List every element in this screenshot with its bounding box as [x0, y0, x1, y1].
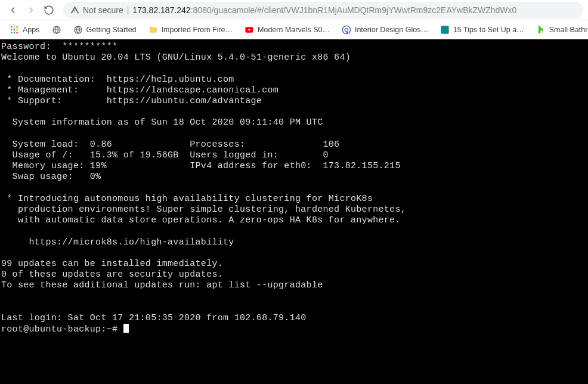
svg-rect-14	[441, 26, 448, 33]
youtube-icon	[245, 25, 254, 35]
svg-text:Q: Q	[344, 27, 348, 33]
svg-point-7	[14, 32, 16, 33]
bookmark-interior-design[interactable]: Q Interior Design Glos…	[337, 23, 433, 37]
terminal-line: * Introducing autonomous high availabili…	[1, 194, 373, 204]
back-button[interactable]	[5, 2, 21, 18]
q-icon: Q	[342, 25, 351, 35]
svg-point-3	[11, 29, 13, 30]
globe-icon	[73, 25, 83, 35]
bookmarks-bar: Apps Getting Started Imported From Fire……	[0, 20, 588, 39]
bookmark-label: 15 Tips to Set Up a…	[453, 26, 524, 34]
bookmark-label: Interior Design Glos…	[355, 26, 428, 34]
forward-button[interactable]	[23, 2, 39, 18]
svg-point-2	[16, 26, 18, 28]
svg-point-8	[16, 32, 18, 33]
terminal-line: * Support: https://ubuntu.com/advantage	[1, 96, 262, 106]
bookmark-label: Getting Started	[86, 26, 137, 34]
terminal[interactable]: Password: ********** Welcome to Ubuntu 2…	[0, 39, 588, 384]
terminal-line: 99 updates can be installed immediately.	[1, 259, 223, 269]
svg-point-4	[14, 29, 16, 30]
terminal-line: https://microk8s.io/high-availability	[1, 237, 234, 247]
svg-point-5	[16, 29, 18, 30]
address-bar[interactable]: Not secure | 173.82.187.242:8080/guacamo…	[63, 2, 583, 18]
globe-icon	[52, 25, 61, 35]
folder-icon	[148, 25, 158, 35]
bookmark-label: Modern Marvels S0…	[258, 26, 330, 34]
terminal-cursor	[123, 324, 129, 333]
reload-button[interactable]	[41, 2, 57, 18]
terminal-line: Welcome to Ubuntu 20.04 LTS (GNU/Linux 5…	[1, 52, 351, 63]
terminal-line: Password: **********	[1, 42, 117, 52]
terminal-line: Usage of /: 15.3% of 19.56GB Users logge…	[1, 150, 329, 160]
bookmark-label: Apps	[23, 26, 40, 34]
terminal-line: * Documentation: https://help.ubuntu.com	[1, 75, 234, 85]
bookmark-15-tips[interactable]: 15 Tips to Set Up a…	[435, 23, 529, 37]
warning-icon	[70, 5, 79, 14]
svg-point-6	[11, 32, 13, 33]
bookmark-label: Imported From Fire…	[162, 26, 233, 34]
terminal-line: To see these additional updates run: apt…	[1, 280, 323, 290]
terminal-line: Last login: Sat Oct 17 21:05:35 2020 fro…	[1, 313, 307, 323]
url-text: 173.82.187.242:8080/guacamole/#/client/V…	[132, 5, 516, 15]
svg-point-0	[11, 26, 13, 28]
bookmark-getting-started[interactable]: Getting Started	[69, 23, 141, 37]
teal-icon	[440, 25, 450, 35]
terminal-line: Memory usage: 19% IPv4 address for eth0:…	[1, 161, 401, 171]
bookmark-small-bathroom[interactable]: Small Bathroom Col…	[531, 23, 588, 37]
svg-point-1	[14, 26, 16, 28]
terminal-line: Swap usage: 0%	[1, 172, 101, 182]
houzz-icon	[536, 25, 546, 35]
terminal-line: with automatic data store operations. A …	[1, 215, 401, 225]
bookmark-label: Small Bathroom Col…	[549, 26, 588, 34]
bookmark-globe-1[interactable]	[47, 23, 66, 37]
bookmark-modern-marvels[interactable]: Modern Marvels S0…	[240, 23, 335, 37]
apps-icon	[10, 25, 19, 35]
terminal-line: System load: 0.86 Processes: 106	[1, 140, 339, 150]
not-secure-label: Not secure	[83, 5, 123, 15]
terminal-line: System information as of Sun 18 Oct 2020…	[1, 117, 323, 128]
bookmark-apps[interactable]: Apps	[5, 23, 45, 37]
browser-nav-bar: Not secure | 173.82.187.242:8080/guacamo…	[0, 0, 588, 20]
terminal-prompt: root@ubuntu-backup:~#	[1, 324, 123, 335]
security-status[interactable]: Not secure	[70, 5, 123, 15]
terminal-line: production environments! Super simple cl…	[1, 205, 406, 215]
address-divider: |	[127, 5, 129, 15]
bookmark-imported[interactable]: Imported From Fire…	[144, 23, 237, 37]
terminal-line: * Management: https://landscape.canonica…	[1, 85, 278, 95]
terminal-line: 0 of these updates are security updates.	[1, 270, 223, 280]
